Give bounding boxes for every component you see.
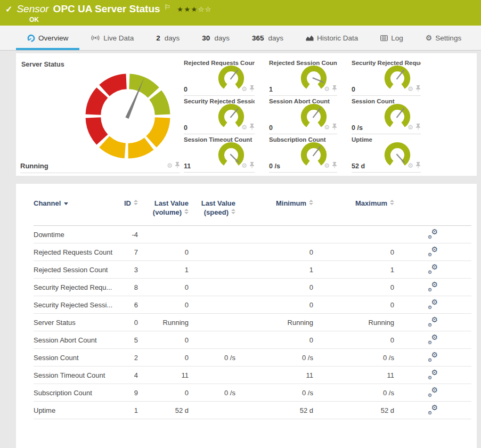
last-value-volume: 0 <box>138 243 189 261</box>
chart-icon <box>306 35 314 41</box>
table-row: Downtime -4 <box>34 226 471 243</box>
channel-settings-icon[interactable] <box>428 370 438 379</box>
last-value-volume: Running <box>138 314 189 331</box>
col-header-last-value-volume[interactable]: Last Value (volume) <box>138 199 189 226</box>
table-row: Session Count 2 0 0 /s 0 /s 0 /s <box>34 349 471 366</box>
tab-live-data[interactable]: Live Data <box>79 26 145 50</box>
channel-name: Uptime <box>34 402 118 419</box>
last-value-speed <box>189 402 235 419</box>
col-header-id[interactable]: ID <box>118 199 138 226</box>
channel-settings-icon[interactable] <box>428 352 438 361</box>
channel-gear-icon[interactable] <box>241 84 247 93</box>
pin-icon[interactable] <box>415 124 421 130</box>
channel-name: Downtime <box>34 226 118 243</box>
gauge-cell: Security Rejected Requests C... 0 <box>352 58 421 96</box>
channel-gear-icon[interactable] <box>407 160 413 170</box>
sort-icon <box>134 200 138 205</box>
last-value-volume: 1 <box>138 261 189 279</box>
last-value-speed <box>189 296 235 314</box>
channel-gear-icon[interactable] <box>324 84 330 93</box>
maximum-value: 0 <box>313 243 394 261</box>
pin-icon[interactable] <box>249 162 255 168</box>
maximum-value: 11 <box>313 366 394 384</box>
col-header-last-value-speed[interactable]: Last Value (speed) <box>189 199 235 226</box>
minimum-value: 0 /s <box>235 349 313 366</box>
tab-label: days <box>268 34 283 42</box>
channel-settings-icon[interactable] <box>428 264 438 273</box>
gauge-cell: Uptime 52 d <box>352 134 421 173</box>
maximum-value: 0 /s <box>313 349 394 366</box>
tab-log[interactable]: Log <box>369 26 414 50</box>
channel-gear-icon[interactable] <box>407 84 413 93</box>
pin-icon[interactable] <box>415 162 421 168</box>
tab-historic-data[interactable]: Historic Data <box>295 26 369 50</box>
tab-2-days[interactable]: 2 days <box>145 26 191 50</box>
pin-icon[interactable] <box>332 124 337 130</box>
live-icon <box>91 35 100 41</box>
flag-icon[interactable] <box>165 2 171 12</box>
channel-name: Server Status <box>34 314 118 331</box>
channel-settings-icon[interactable] <box>428 317 438 326</box>
pin-icon[interactable] <box>249 124 255 130</box>
status-badge: OK <box>29 16 39 23</box>
gauge-value: 0 /s <box>269 162 280 170</box>
channel-settings-icon[interactable] <box>428 299 438 308</box>
maximum-value: 0 <box>313 331 394 349</box>
maximum-value: 52 d <box>313 402 394 419</box>
channel-id: 5 <box>118 331 138 349</box>
channel-settings-icon[interactable] <box>428 405 438 414</box>
minimum-value: 0 <box>235 331 313 349</box>
gauge-cell: Rejected Requests Count 0 <box>184 58 255 96</box>
col-header-channel[interactable]: Channel <box>34 199 118 226</box>
tab-365-days[interactable]: 365 days <box>241 26 295 50</box>
channel-settings-icon[interactable] <box>428 282 438 291</box>
channel-name: Rejected Requests Count <box>34 243 118 261</box>
tab-settings[interactable]: Settings <box>414 26 472 50</box>
channel-gear-icon[interactable] <box>167 160 173 170</box>
channel-gear-icon[interactable] <box>241 122 247 132</box>
minimum-value <box>235 226 313 243</box>
priority-stars[interactable]: ★★★☆☆ <box>177 5 212 13</box>
tab-overview[interactable]: Overview <box>16 26 79 50</box>
table-row: Security Rejected Sessi... 6 0 0 0 <box>34 296 471 314</box>
last-value-speed <box>189 243 235 261</box>
pin-icon[interactable] <box>415 85 421 92</box>
channel-name: Rejected Session Count <box>34 261 118 279</box>
minimum-value: 11 <box>235 366 313 384</box>
pin-icon[interactable] <box>332 85 337 92</box>
pin-icon[interactable] <box>332 162 337 168</box>
sensor-header: Sensor OPC UA Server Status ★★★☆☆ OK <box>0 0 481 26</box>
channel-id: 7 <box>118 243 138 261</box>
gauge-icon <box>27 34 35 42</box>
channel-gear-icon[interactable] <box>241 160 247 170</box>
channel-settings-icon[interactable] <box>428 387 438 396</box>
maximum-value: 0 <box>313 279 394 296</box>
col-header-minimum[interactable]: Minimum <box>235 199 313 226</box>
ok-check-icon <box>5 4 12 14</box>
maximum-value: Running <box>313 314 394 331</box>
channel-settings-icon[interactable] <box>428 247 438 256</box>
channel-gear-icon[interactable] <box>407 122 413 132</box>
channel-settings-icon[interactable] <box>428 335 438 344</box>
tab-number: 30 <box>202 34 210 42</box>
channel-settings-icon[interactable] <box>428 229 438 238</box>
tab-label: Settings <box>435 34 461 42</box>
col-header-maximum[interactable]: Maximum <box>313 199 394 226</box>
tab-30-days[interactable]: 30 days <box>191 26 241 50</box>
main-gauge-title: Server Status <box>21 61 64 68</box>
pin-icon[interactable] <box>175 162 180 168</box>
channel-gear-icon[interactable] <box>324 160 330 170</box>
pin-icon[interactable] <box>249 85 255 92</box>
gauges-panel: Server Status Running Rej <box>16 53 477 176</box>
table-row: Rejected Session Count 3 1 1 1 <box>34 261 471 279</box>
sort-desc-icon <box>64 202 68 205</box>
channel-gear-icon[interactable] <box>324 122 330 132</box>
channel-id: 9 <box>118 384 138 402</box>
last-value-volume: 0 <box>138 331 189 349</box>
sort-icon <box>309 200 313 205</box>
last-value-volume: 0 <box>138 384 189 402</box>
minimum-value: 52 d <box>235 402 313 419</box>
last-value-volume: 52 d <box>138 402 189 419</box>
object-kind-label: Sensor <box>17 3 48 15</box>
table-row: Rejected Requests Count 7 0 0 0 <box>34 243 471 261</box>
